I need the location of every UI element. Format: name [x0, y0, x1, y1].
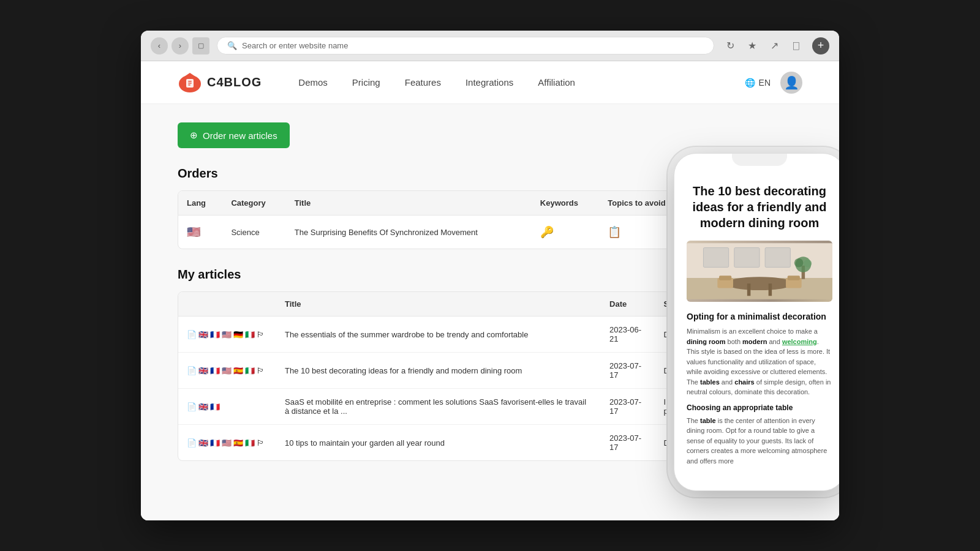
dining-room-illustration	[687, 241, 832, 302]
phone-content: The 10 best decorating ideas for a frien…	[674, 166, 839, 490]
browser-nav-buttons: ‹ › ▢	[151, 37, 209, 54]
svg-marker-1	[183, 73, 197, 78]
phone-section1-text: Minimalism is an excellent choice to mak…	[687, 326, 832, 397]
header-right: 🌐 EN 👤	[745, 72, 802, 94]
col-lang: Lang	[178, 191, 222, 216]
flag-gb: 🇬🇧	[198, 366, 208, 375]
phone-notch	[732, 154, 787, 166]
article-date: 2023-07-17	[601, 425, 655, 461]
svg-rect-15	[719, 276, 731, 280]
article-title: The 10 best decorating ideas for a frien…	[276, 353, 601, 389]
browser-action-buttons: ↻ ★ ↗ ⎕	[722, 37, 805, 54]
nav-demos[interactable]: Demos	[298, 77, 328, 88]
order-button-label: Order new articles	[203, 130, 277, 141]
flag-other: 🏳	[257, 438, 265, 448]
page-content: C4BLOG Demos Pricing Features Integratio…	[141, 61, 839, 520]
flag-fr: 🇫🇷	[210, 402, 220, 411]
flag-icon: 📄	[187, 402, 197, 411]
phone-section2-title: Choosing an appropriate table	[687, 403, 832, 412]
topics-icon[interactable]: 📋	[608, 226, 621, 238]
col-keywords: Keywords	[532, 191, 599, 216]
article-flags: 📄 🇬🇧 🇫🇷 🇺🇸 🇪🇸 🇮🇹 🏳	[178, 425, 276, 461]
language-button[interactable]: 🌐 EN	[745, 78, 771, 88]
browser-window: ‹ › ▢ 🔍 Search or enter website name ↻ ★…	[141, 31, 839, 520]
svg-point-20	[794, 258, 804, 268]
order-new-articles-button[interactable]: ⊕ Order new articles	[178, 122, 290, 148]
keyword-icon[interactable]: 🔑	[540, 226, 554, 238]
globe-icon: 🌐	[745, 78, 755, 88]
svg-rect-12	[747, 283, 750, 296]
phone-mockup: The 10 best decorating ideas for a frien…	[674, 153, 839, 491]
svg-rect-17	[788, 276, 800, 280]
article-date: 2023-06-21	[601, 317, 655, 353]
order-lang: 🇺🇸	[178, 216, 222, 249]
address-bar[interactable]: 🔍 Search or enter website name	[217, 37, 714, 54]
nav-pricing[interactable]: Pricing	[352, 77, 380, 88]
flag-it: 🇮🇹	[245, 330, 255, 339]
tab-view-button[interactable]: ▢	[192, 37, 209, 54]
col-title: Title	[286, 191, 532, 216]
flag-it: 🇮🇹	[245, 438, 255, 448]
reload-button[interactable]: ↻	[722, 37, 739, 54]
flag-de: 🇩🇪	[233, 330, 243, 339]
order-category: Science	[222, 216, 285, 249]
col-flags	[178, 292, 276, 317]
logo: C4BLOG	[178, 72, 262, 93]
article-title: The essentials of the summer wardrobe to…	[276, 317, 601, 353]
bookmark-button[interactable]: ★	[744, 37, 761, 54]
flag-icon: 📄	[187, 366, 197, 375]
flag-icon: 📄	[187, 330, 197, 339]
flag-us: 🇺🇸	[222, 330, 232, 339]
phone-section2-text: The table is the center of attention in …	[687, 416, 832, 467]
article-title: SaaS et mobilité en entreprise : comment…	[276, 389, 601, 425]
plus-circle-icon: ⊕	[190, 130, 198, 141]
nav-affiliation[interactable]: Affiliation	[538, 77, 575, 88]
download-button[interactable]: ⎕	[788, 37, 805, 54]
forward-button[interactable]: ›	[172, 37, 189, 54]
svg-point-21	[804, 260, 812, 268]
flag-gb: 🇬🇧	[198, 330, 208, 339]
flag-es: 🇪🇸	[233, 438, 243, 448]
phone-article-image	[687, 241, 832, 302]
share-button[interactable]: ↗	[766, 37, 783, 54]
phone-article-title: The 10 best decorating ideas for a frien…	[687, 183, 832, 231]
svg-rect-13	[769, 283, 772, 296]
svg-rect-8	[703, 248, 728, 268]
site-header: C4BLOG Demos Pricing Features Integratio…	[141, 61, 839, 104]
new-tab-button[interactable]: +	[812, 37, 829, 54]
flag-other: 🏳	[257, 366, 265, 375]
flag-it: 🇮🇹	[245, 366, 255, 375]
flag-us: 🇺🇸	[222, 438, 232, 448]
article-title: 10 tips to maintain your garden all year…	[276, 425, 601, 461]
address-text: Search or enter website name	[242, 41, 348, 50]
order-keywords: 🔑	[532, 216, 599, 249]
flag-fr: 🇫🇷	[210, 330, 220, 339]
article-flags: 📄 🇬🇧 🇫🇷 🇺🇸 🇩🇪 🇮🇹 🏳	[178, 317, 276, 353]
article-flags: 📄 🇬🇧 🇫🇷	[178, 389, 276, 425]
svg-rect-3	[188, 81, 192, 82]
flag-fr: 🇫🇷	[210, 438, 220, 448]
flag-other: 🏳	[257, 330, 265, 339]
back-button[interactable]: ‹	[151, 37, 168, 54]
flag-gb: 🇬🇧	[198, 402, 208, 411]
article-date: 2023-07-17	[601, 389, 655, 425]
avatar[interactable]: 👤	[780, 72, 802, 94]
order-title: The Surprising Benefits Of Synchronized …	[286, 216, 532, 249]
logo-text: C4BLOG	[207, 75, 262, 89]
article-date: 2023-07-17	[601, 353, 655, 389]
phone-section1-title: Opting for a minimalist decoration	[687, 312, 832, 321]
nav-integrations[interactable]: Integrations	[466, 77, 513, 88]
flag-gb: 🇬🇧	[198, 438, 208, 448]
main-nav: Demos Pricing Features Integrations Affi…	[298, 77, 744, 88]
search-icon: 🔍	[227, 41, 237, 50]
col-article-title: Title	[276, 292, 601, 317]
col-category: Category	[222, 191, 285, 216]
nav-features[interactable]: Features	[405, 77, 441, 88]
svg-rect-10	[765, 248, 790, 268]
lang-label: EN	[759, 78, 771, 88]
svg-point-11	[726, 277, 793, 290]
browser-toolbar: ‹ › ▢ 🔍 Search or enter website name ↻ ★…	[141, 31, 839, 61]
col-date: Date	[601, 292, 655, 317]
flag-fr: 🇫🇷	[210, 366, 220, 375]
svg-rect-4	[188, 83, 192, 84]
